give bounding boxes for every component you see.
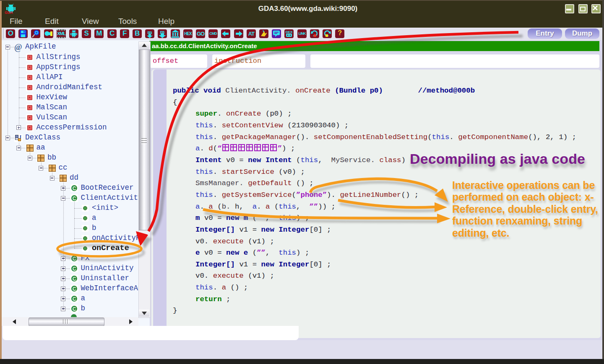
svg-text:C: C bbox=[72, 256, 76, 262]
svg-text:C: C bbox=[72, 266, 76, 272]
svg-text:C: C bbox=[72, 306, 76, 312]
svg-text:C: C bbox=[72, 186, 76, 191]
svg-text:C: C bbox=[72, 296, 76, 302]
svg-text:C: C bbox=[72, 276, 76, 282]
svg-text:DEX: DEX bbox=[286, 30, 293, 34]
svg-text:C: C bbox=[72, 286, 76, 292]
svg-text:C: C bbox=[72, 196, 76, 201]
